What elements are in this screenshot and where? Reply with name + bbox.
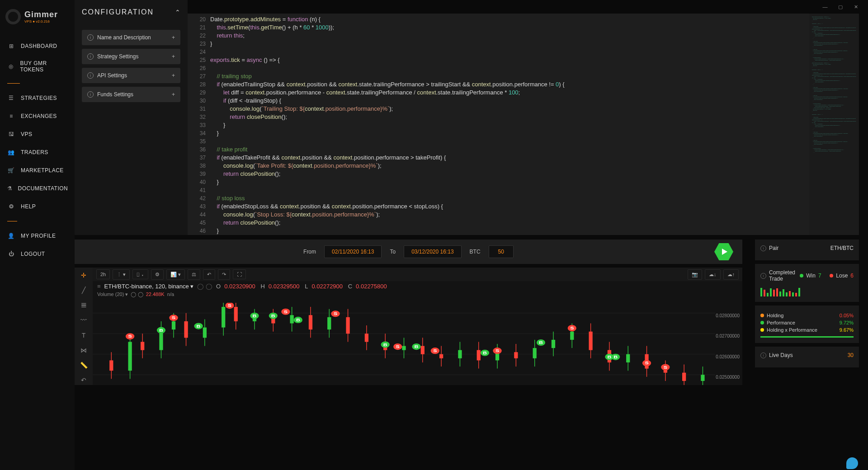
brand-name: Gimmer	[24, 10, 58, 19]
info-icon: i	[760, 352, 766, 358]
run-backtest-button[interactable]	[714, 242, 733, 261]
sidebar-item-documentation[interactable]: ⚗DOCUMENTATION	[0, 179, 75, 197]
code-content[interactable]: Date.prototype.addMinutes = function (n)…	[210, 14, 809, 235]
svg-text:B: B	[613, 354, 618, 359]
svg-text:S: S	[570, 326, 574, 330]
brand-version: VPS ● v2.0.216	[24, 19, 58, 24]
logo-area: Gimmer VPS ● v2.0.216	[0, 5, 75, 33]
candle-style-button[interactable]: ⌷ ▾	[132, 269, 148, 279]
livedays-card: iLive Days30	[755, 347, 859, 367]
svg-rect-39	[402, 346, 406, 350]
svg-rect-21	[234, 307, 238, 321]
sidebar-item-profile[interactable]: 👤MY PROFILE	[0, 227, 75, 245]
interval-menu[interactable]: ⋮ ▾	[113, 269, 130, 280]
pair-card: iPairETH/BTC	[755, 240, 859, 260]
info-icon: i	[87, 34, 94, 41]
load-cloud-button[interactable]: ☁↑	[723, 269, 739, 280]
svg-text:S: S	[396, 344, 400, 349]
to-date-input[interactable]: 03/12/2020 16:13	[404, 245, 461, 258]
config-panel: CONFIGURATION ⌃ iName and Description+iS…	[75, 0, 188, 235]
trades-card: iCompleted Trade Win 7 Lose 6	[755, 264, 859, 302]
window-titlebar: — ▢ ✕	[813, 0, 868, 14]
unit-label: BTC	[470, 249, 481, 255]
profile-icon: 👤	[7, 232, 15, 240]
minimap[interactable]: Date.prototype.addMinutes = function (n)…	[809, 14, 859, 235]
sidebar-item-help[interactable]: ❂HELP	[0, 197, 75, 216]
pitchfork-tool[interactable]: 𝌆	[79, 301, 89, 310]
svg-rect-35	[365, 334, 368, 342]
sidebar-item-buy-tokens[interactable]: ◎BUY GMR TOKENS	[0, 55, 75, 78]
brush-tool[interactable]: 〰	[79, 315, 89, 325]
exchanges-icon: ≡	[7, 112, 15, 120]
sidebar: Gimmer VPS ● v2.0.216 ⊞DASHBOARD ◎BUY GM…	[0, 0, 75, 470]
ohlc-readout: O0.02320900 H0.02329500 L0.02272900 C0.0…	[216, 283, 391, 290]
from-label: From	[303, 249, 316, 255]
svg-rect-59	[589, 332, 592, 350]
sidebar-item-vps[interactable]: 🖫VPS	[0, 125, 75, 143]
config-item-1[interactable]: iStrategy Settings+	[82, 49, 180, 64]
trendline-tool[interactable]: ╱	[79, 285, 89, 295]
svg-text:S: S	[645, 361, 648, 365]
vps-icon: 🖫	[7, 130, 15, 138]
config-title: CONFIGURATION	[82, 8, 154, 16]
amount-input[interactable]: 50	[489, 245, 514, 258]
pattern-tool[interactable]: ⋈	[79, 345, 89, 355]
sidebar-item-traders[interactable]: 👥TRADERS	[0, 143, 75, 161]
strategies-icon: ☰	[7, 94, 15, 102]
info-icon: i	[87, 53, 94, 60]
cart-icon: 🛒	[7, 166, 15, 174]
chart-canvas[interactable]: SBSBSBBSBSBSBSBSBSBBSS	[93, 303, 715, 385]
from-date-input[interactable]: 02/11/2020 16:13	[324, 245, 382, 258]
snapshot-button[interactable]: 📷	[688, 269, 702, 280]
window-maximize-button[interactable]: ▢	[837, 4, 844, 10]
winloss-sparkline	[760, 286, 854, 296]
chat-button[interactable]	[846, 457, 858, 469]
fullscreen-button[interactable]: ⛶	[233, 269, 246, 279]
chart-settings-button[interactable]: ⚙	[151, 269, 164, 280]
to-label: To	[390, 249, 396, 255]
chart-pair-label[interactable]: ETH/BTC-binance, 120, binance ▾	[104, 283, 194, 290]
interval-selector[interactable]: 2h	[96, 269, 110, 279]
svg-text:B: B	[607, 354, 611, 359]
config-item-0[interactable]: iName and Description+	[82, 30, 180, 45]
sidebar-item-logout[interactable]: ⏻LOGOUT	[0, 245, 75, 263]
svg-rect-47	[477, 350, 481, 361]
undo-tool[interactable]: ↶	[79, 376, 89, 385]
indicators-button[interactable]: 📊 ▾	[166, 269, 185, 280]
collapse-icon[interactable]: ⌃	[175, 9, 180, 16]
redo-button[interactable]: ↷	[218, 269, 230, 280]
save-cloud-button[interactable]: ☁↓	[705, 269, 721, 280]
config-item-2[interactable]: iAPI Settings+	[82, 68, 180, 83]
compare-button[interactable]: ⚖	[188, 269, 200, 280]
help-icon: ❂	[7, 202, 15, 211]
sidebar-item-marketplace[interactable]: 🛒MARKETPLACE	[0, 161, 75, 179]
svg-text:S: S	[664, 365, 667, 369]
window-minimize-button[interactable]: —	[822, 4, 828, 10]
dashboard-icon: ⊞	[7, 42, 15, 50]
performance-card: Holding0.05% Performance9.72% Holding x …	[755, 306, 859, 343]
svg-rect-41	[421, 346, 425, 354]
undo-button[interactable]: ↶	[203, 269, 215, 280]
crosshair-tool[interactable]: ✛	[79, 270, 89, 280]
sidebar-item-dashboard[interactable]: ⊞DASHBOARD	[0, 37, 75, 55]
bottom-region: From 02/11/2020 16:13 To 03/12/2020 16:1…	[75, 240, 868, 470]
svg-text:S: S	[284, 309, 288, 314]
chart-main[interactable]: 2h ⋮ ▾ ⌷ ▾ ⚙ 📊 ▾ ⚖ ↶ ↷ ⛶ 📷 ☁↓ ☁↑ ≡ ETH/	[93, 268, 742, 385]
sidebar-item-strategies[interactable]: ☰STRATEGIES	[0, 89, 75, 107]
svg-text:B: B	[271, 313, 275, 318]
svg-rect-33	[346, 317, 349, 334]
logout-icon: ⏻	[7, 250, 15, 258]
ruler-tool[interactable]: 📏	[79, 361, 89, 370]
code-editor[interactable]: 2021222324252627282930313233343536373839…	[188, 14, 859, 235]
text-tool[interactable]: T	[79, 330, 89, 340]
config-item-3[interactable]: iFunds Settings+	[82, 87, 180, 102]
sidebar-item-exchanges[interactable]: ≡EXCHANGES	[0, 107, 75, 125]
svg-text:B: B	[197, 324, 201, 328]
svg-text:B: B	[483, 350, 487, 355]
svg-text:B: B	[383, 342, 387, 347]
backtest-bar: From 02/11/2020 16:13 To 03/12/2020 16:1…	[75, 240, 742, 264]
svg-rect-69	[682, 373, 686, 381]
svg-rect-53	[533, 348, 537, 358]
window-close-button[interactable]: ✕	[853, 4, 859, 10]
svg-rect-29	[309, 315, 312, 329]
